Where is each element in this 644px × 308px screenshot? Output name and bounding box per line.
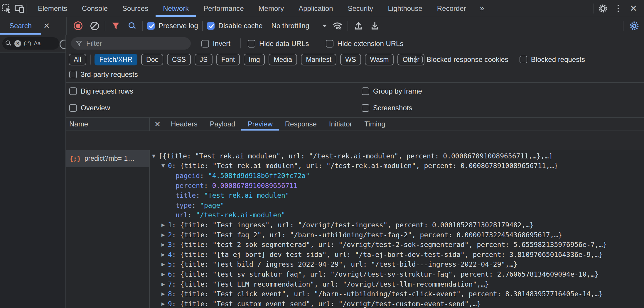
chip-font[interactable]: Font bbox=[216, 54, 240, 65]
chip-img[interactable]: Img bbox=[244, 54, 265, 65]
more-tabs-button[interactable]: » bbox=[473, 4, 491, 13]
tree-collapsed-arrow-icon[interactable]: ▶ bbox=[161, 291, 168, 297]
tree-collapsed-arrow-icon[interactable]: ▶ bbox=[161, 272, 168, 277]
hide-extension-urls-checkbox[interactable]: Hide extension URLs bbox=[326, 40, 403, 48]
tab-security[interactable]: Security bbox=[340, 0, 381, 17]
tab-network[interactable]: Network bbox=[156, 0, 196, 17]
tab-application[interactable]: Application bbox=[291, 0, 340, 17]
tree-collapsed-arrow-icon[interactable]: ▶ bbox=[161, 242, 168, 247]
preserve-log-checkbox[interactable]: Preserve log bbox=[147, 22, 198, 30]
chip-all[interactable]: All bbox=[69, 54, 86, 65]
more-options-kebab-icon[interactable] bbox=[612, 0, 625, 17]
blocked-requests-checkbox[interactable]: Blocked requests bbox=[520, 55, 585, 64]
detail-pane-header: ✕ HeadersPayloadPreviewResponseInitiator… bbox=[150, 118, 644, 131]
tree-collapsed-arrow-icon[interactable]: ▶ bbox=[161, 282, 168, 287]
search-tab[interactable]: Search bbox=[0, 17, 41, 35]
inspect-element-icon[interactable] bbox=[0, 0, 13, 17]
overview-checkbox[interactable]: Overview bbox=[69, 104, 110, 112]
network-settings-gear-icon[interactable] bbox=[628, 20, 640, 32]
export-har-icon[interactable] bbox=[369, 20, 381, 32]
tab-memory[interactable]: Memory bbox=[251, 0, 291, 17]
detail-tab-initiator[interactable]: Initiator bbox=[323, 118, 358, 131]
group-by-frame-checkbox[interactable]: Group by frame bbox=[362, 87, 422, 95]
settings-gear-icon[interactable] bbox=[596, 0, 609, 17]
preview-line[interactable]: ▶8: {title: "Test click event", url: "/b… bbox=[150, 289, 644, 299]
refresh-search-icon[interactable] bbox=[60, 40, 65, 49]
network-conditions-icon[interactable] bbox=[331, 20, 343, 32]
tab-recorder[interactable]: Recorder bbox=[430, 0, 473, 17]
detail-tab-preview[interactable]: Preview bbox=[241, 118, 279, 131]
clear-network-log-icon[interactable] bbox=[88, 20, 101, 32]
detail-tab-timing[interactable]: Timing bbox=[358, 118, 392, 131]
preview-line[interactable]: ▶7: {title: "Test LLM recommendation", u… bbox=[150, 279, 644, 289]
preview-line[interactable]: ▶4: {title: "[ta ej bort] dev test sida"… bbox=[150, 250, 644, 260]
preview-line[interactable]: url: "/test-rek.ai-modulen" bbox=[150, 210, 644, 220]
invert-checkbox[interactable]: Invert bbox=[201, 40, 230, 48]
tree-collapsed-arrow-icon[interactable]: ▶ bbox=[161, 222, 168, 228]
third-party-requests-checkbox[interactable]: 3rd-party requests bbox=[69, 70, 138, 79]
search-drawer: ✕ (.*) Aa bbox=[0, 35, 66, 308]
name-column-header[interactable]: Name bbox=[66, 118, 150, 131]
blocked-response-cookies-checkbox[interactable]: Blocked response cookies bbox=[415, 55, 508, 64]
chip-css[interactable]: CSS bbox=[167, 54, 191, 65]
json-idx-token: 4 bbox=[168, 251, 172, 258]
tree-collapsed-arrow-icon[interactable]: ▶ bbox=[161, 301, 168, 307]
chip-manifest[interactable]: Manifest bbox=[301, 54, 336, 65]
preview-line[interactable]: ▶1: {title: "Test ingress", url: "/ovrig… bbox=[150, 220, 644, 230]
tab-sources[interactable]: Sources bbox=[115, 0, 156, 17]
json-plain-token: : {title: "Test ingress", url: "/ovrigt/… bbox=[172, 221, 534, 229]
request-row-selected[interactable]: {;} predict?mb=-1… bbox=[66, 150, 149, 167]
tree-expanded-arrow-icon[interactable]: ▼ bbox=[152, 153, 159, 159]
record-network-log-button[interactable] bbox=[72, 20, 84, 32]
throttling-dropdown[interactable]: No throttling bbox=[271, 22, 327, 30]
preview-line[interactable]: ▶9: {title: "Test custom event send", ur… bbox=[150, 299, 644, 308]
regex-toggle[interactable]: (.*) bbox=[24, 40, 31, 47]
preview-line[interactable]: type: "page" bbox=[150, 200, 644, 210]
chip-js[interactable]: JS bbox=[195, 54, 213, 65]
search-close-icon[interactable]: ✕ bbox=[43, 21, 50, 31]
tree-collapsed-arrow-icon[interactable]: ▶ bbox=[161, 232, 168, 238]
preview-line[interactable]: ▼0: {title: "Test rek.ai modulen", url: … bbox=[150, 161, 644, 171]
preview-line[interactable]: pageid: "4.508fd9d918b6ff20fc72a" bbox=[150, 171, 644, 181]
chip-fetch-xhr[interactable]: Fetch/XHR bbox=[95, 54, 137, 65]
filter-funnel-icon[interactable] bbox=[109, 20, 122, 32]
chip-wasm[interactable]: Wasm bbox=[365, 54, 394, 65]
screenshots-checkbox[interactable]: Screenshots bbox=[362, 104, 412, 112]
search-input[interactable]: ✕ (.*) Aa bbox=[2, 37, 59, 50]
preview-line[interactable]: percent: 0.0008678910089656711 bbox=[150, 181, 644, 191]
close-detail-pane-icon[interactable]: ✕ bbox=[150, 120, 165, 128]
preview-line[interactable]: ▶2: {title: "Test faq 2", url: "/barn--u… bbox=[150, 230, 644, 240]
big-request-rows-checkbox[interactable]: Big request rows bbox=[69, 87, 133, 95]
detail-tab-payload[interactable]: Payload bbox=[204, 118, 242, 131]
json-key-token: title bbox=[176, 192, 196, 199]
detail-tab-headers[interactable]: Headers bbox=[165, 118, 204, 131]
import-har-icon[interactable] bbox=[352, 20, 365, 32]
preview-line[interactable]: ▶5: {title: "Test bild / ingress 2022-04… bbox=[150, 260, 644, 270]
network-toolbar-controls: Preserve log Disable cache No throttling bbox=[67, 20, 623, 32]
chip-media[interactable]: Media bbox=[269, 54, 297, 65]
clear-search-icon[interactable]: ✕ bbox=[14, 40, 21, 47]
detail-tab-response[interactable]: Response bbox=[279, 118, 323, 131]
tab-performance[interactable]: Performance bbox=[196, 0, 251, 17]
tree-expanded-arrow-icon[interactable]: ▼ bbox=[161, 163, 168, 168]
device-toolbar-icon[interactable] bbox=[13, 0, 26, 17]
divider bbox=[26, 4, 26, 13]
tab-lighthouse[interactable]: Lighthouse bbox=[380, 0, 429, 17]
case-sensitive-toggle[interactable]: Aa bbox=[34, 40, 41, 47]
preview-line[interactable]: title: "Test rek.ai modulen" bbox=[150, 190, 644, 200]
tab-elements[interactable]: Elements bbox=[31, 0, 75, 17]
filter-input[interactable] bbox=[86, 39, 175, 48]
tree-collapsed-arrow-icon[interactable]: ▶ bbox=[161, 262, 168, 267]
search-network-icon[interactable] bbox=[126, 20, 138, 32]
preview-line[interactable]: ▶3: {title: "test 2 sök segmenterad", ur… bbox=[150, 240, 644, 250]
hide-data-urls-checkbox[interactable]: Hide data URLs bbox=[248, 40, 309, 48]
close-devtools-icon[interactable]: ✕ bbox=[627, 3, 640, 13]
chip-ws[interactable]: WS bbox=[340, 54, 361, 65]
chip-doc[interactable]: Doc bbox=[141, 54, 163, 65]
json-idx-token: 7 bbox=[168, 280, 172, 288]
preview-line[interactable]: ▼[{title: "Test rek.ai modulen", url: "/… bbox=[150, 151, 644, 161]
tree-collapsed-arrow-icon[interactable]: ▶ bbox=[161, 252, 168, 257]
disable-cache-checkbox[interactable]: Disable cache bbox=[207, 22, 263, 30]
preview-line[interactable]: ▶6: {title: "test sv struktur faq", url:… bbox=[150, 269, 644, 279]
tab-console[interactable]: Console bbox=[75, 0, 115, 17]
